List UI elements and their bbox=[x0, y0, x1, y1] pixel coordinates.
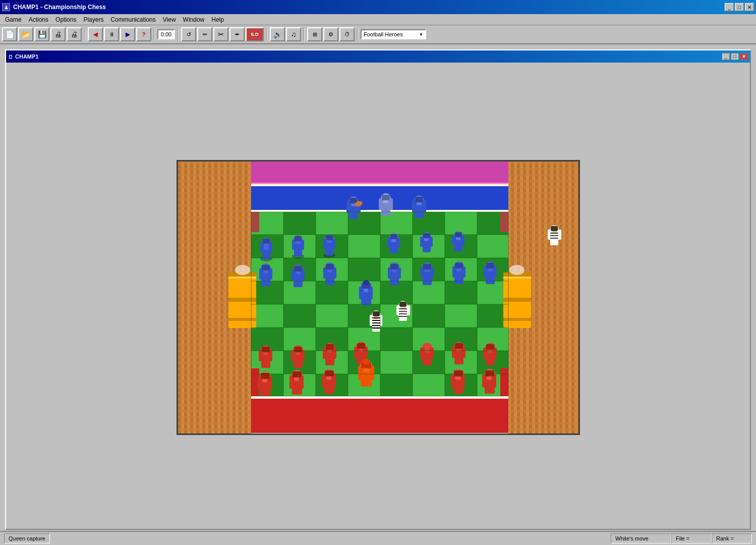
rank-label-text: Rank = bbox=[716, 535, 734, 541]
svg-rect-80 bbox=[251, 396, 508, 435]
svg-rect-18 bbox=[316, 212, 348, 235]
inner-window: 🗋 CHAMP1 _ □ ✕ bbox=[5, 49, 751, 530]
print2-button[interactable]: 🖨 bbox=[67, 27, 82, 41]
svg-point-225 bbox=[363, 359, 370, 365]
svg-rect-142 bbox=[423, 264, 431, 269]
title-bar-buttons: _ □ ✕ bbox=[725, 3, 754, 11]
move-status-section: White's move bbox=[611, 533, 671, 543]
svg-rect-189 bbox=[357, 343, 365, 349]
app-icon: ♟ bbox=[2, 3, 10, 11]
clock-button[interactable]: ⏱ bbox=[339, 27, 355, 41]
open-button[interactable]: 📂 bbox=[18, 27, 33, 41]
game-status-section: Queen capture bbox=[4, 533, 50, 543]
close-button[interactable]: ✕ bbox=[745, 3, 754, 11]
scissors-button[interactable]: ✂ bbox=[213, 27, 228, 41]
rotate-button[interactable]: ↺ bbox=[181, 27, 196, 41]
next-button[interactable]: ▶ bbox=[120, 27, 135, 41]
inner-close-button[interactable]: ✕ bbox=[740, 53, 748, 60]
svg-rect-147 bbox=[455, 263, 463, 268]
grid-button[interactable]: ⊞ bbox=[307, 27, 322, 41]
svg-rect-193 bbox=[429, 348, 434, 359]
application-window: ♟ CHAMP1 - Championship Chess _ □ ✕ Game… bbox=[0, 0, 756, 545]
svg-rect-109 bbox=[292, 240, 296, 250]
separator-2 bbox=[154, 28, 155, 41]
svg-rect-287 bbox=[382, 195, 390, 200]
svg-rect-192 bbox=[420, 348, 425, 359]
svg-rect-76 bbox=[380, 374, 413, 396]
menu-bar: Game Actions Options Players Communicati… bbox=[0, 14, 756, 25]
chess-game-area bbox=[6, 66, 750, 529]
svg-rect-228 bbox=[451, 374, 455, 388]
svg-rect-68 bbox=[380, 351, 413, 374]
svg-rect-87 bbox=[228, 318, 256, 321]
pen-button[interactable]: ✒ bbox=[229, 27, 245, 41]
svg-rect-11 bbox=[251, 183, 508, 184]
svg-rect-50 bbox=[316, 304, 348, 328]
menu-options[interactable]: Options bbox=[52, 15, 79, 24]
svg-rect-127 bbox=[294, 266, 302, 271]
game-status-text: Queen capture bbox=[9, 535, 45, 541]
svg-rect-270 bbox=[429, 237, 433, 247]
svg-rect-86 bbox=[228, 298, 256, 302]
svg-rect-258 bbox=[551, 226, 558, 231]
inner-maximize-button[interactable]: □ bbox=[731, 53, 739, 60]
menu-actions[interactable]: Actions bbox=[26, 15, 51, 24]
svg-rect-115 bbox=[323, 239, 327, 249]
svg-rect-110 bbox=[301, 240, 304, 250]
content-area: 🗋 CHAMP1 _ □ ✕ bbox=[0, 44, 756, 545]
chess-scene[interactable] bbox=[177, 160, 580, 435]
pause-button[interactable]: ⏸ bbox=[104, 27, 119, 41]
music-button[interactable]: ♫ bbox=[286, 27, 301, 41]
save-button[interactable]: 💾 bbox=[34, 27, 49, 41]
inner-window-icon: 🗋 bbox=[8, 54, 13, 60]
svg-rect-13 bbox=[251, 184, 508, 186]
menu-players[interactable]: Players bbox=[80, 15, 106, 24]
menu-help[interactable]: Help bbox=[208, 15, 227, 24]
status-bar: Queen capture White's move File = Rank = bbox=[0, 531, 756, 545]
print-button[interactable]: 🖨 bbox=[50, 27, 66, 41]
svg-rect-92 bbox=[503, 318, 531, 321]
inner-minimize-button[interactable]: _ bbox=[722, 53, 730, 60]
svg-rect-122 bbox=[262, 265, 270, 270]
svg-rect-132 bbox=[326, 264, 334, 269]
svg-rect-214 bbox=[293, 371, 302, 377]
svg-rect-54 bbox=[445, 304, 477, 328]
svg-rect-199 bbox=[455, 343, 463, 349]
svg-rect-53 bbox=[413, 304, 445, 328]
rank-status-section: Rank = bbox=[712, 533, 752, 543]
svg-rect-117 bbox=[326, 235, 333, 240]
maximize-button[interactable]: □ bbox=[735, 3, 744, 11]
menu-communications[interactable]: Communications bbox=[107, 15, 158, 24]
edit-button[interactable]: ✏ bbox=[197, 27, 212, 41]
menu-view[interactable]: View bbox=[160, 15, 179, 24]
svg-rect-95 bbox=[251, 212, 259, 232]
move-status-text: White's move bbox=[615, 535, 649, 541]
svg-rect-184 bbox=[326, 344, 334, 350]
svg-rect-77 bbox=[413, 374, 445, 396]
new-button[interactable]: 📄 bbox=[2, 27, 17, 41]
file-label-text: File = bbox=[676, 535, 689, 541]
chess-board-container[interactable] bbox=[177, 160, 580, 435]
svg-rect-96 bbox=[500, 212, 508, 232]
minimize-button[interactable]: _ bbox=[725, 3, 734, 11]
theme-dropdown[interactable]: Football Heroes ▼ bbox=[361, 29, 426, 39]
menu-game[interactable]: Game bbox=[2, 15, 25, 24]
svg-rect-269 bbox=[420, 237, 424, 247]
svg-rect-35 bbox=[348, 258, 380, 281]
svg-rect-116 bbox=[332, 239, 335, 249]
prev-button[interactable]: ◀ bbox=[88, 27, 103, 41]
svg-rect-27 bbox=[348, 235, 380, 258]
svg-rect-31 bbox=[477, 235, 508, 258]
help-button[interactable]: ? bbox=[136, 27, 151, 41]
svg-rect-103 bbox=[260, 242, 264, 252]
ilo-button[interactable]: ILO bbox=[246, 27, 264, 41]
settings-button[interactable]: ⚙ bbox=[323, 27, 338, 41]
svg-rect-271 bbox=[423, 233, 430, 238]
menu-window[interactable]: Window bbox=[180, 15, 208, 24]
dropdown-arrow-icon: ▼ bbox=[419, 32, 423, 37]
theme-label: Football Heroes bbox=[364, 31, 403, 37]
sound-button[interactable]: 🔊 bbox=[270, 27, 285, 41]
svg-rect-14 bbox=[251, 210, 508, 212]
svg-rect-179 bbox=[294, 347, 302, 352]
svg-rect-85 bbox=[228, 277, 256, 279]
